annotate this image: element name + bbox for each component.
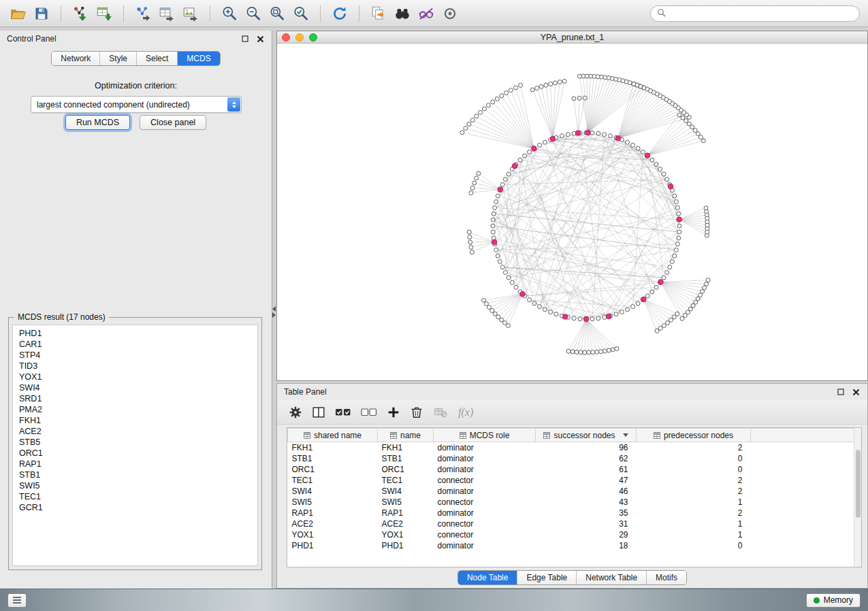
result-node[interactable]: YOX1 [13,371,257,382]
float-table-panel-icon[interactable] [836,388,845,397]
table-row[interactable]: SWI5SWI5connector431 [288,497,856,508]
table-row[interactable]: FKH1FKH1dominator962 [288,442,856,454]
table-settings-gear-icon[interactable] [288,403,303,421]
export-network-icon[interactable] [132,3,154,24]
table-cell[interactable]: 2 [637,442,751,454]
close-panel-button[interactable]: Close panel [140,115,206,130]
close-table-panel-icon[interactable] [852,388,861,397]
table-cell[interactable]: FKH1 [288,442,378,454]
criterion-dropdown[interactable]: largest connected component (undirected) [31,96,242,113]
table-cell[interactable]: TEC1 [288,475,378,486]
table-cell[interactable]: dominator [434,508,536,518]
import-table-icon[interactable] [93,3,115,24]
table-cell[interactable]: SWI4 [378,486,434,497]
table-cell[interactable]: RAP1 [378,508,434,518]
result-node[interactable]: ORC1 [13,448,257,459]
memory-button[interactable]: Memory [806,593,861,608]
result-node[interactable]: TEC1 [13,491,257,502]
table-row[interactable]: SWI4SWI4dominator462 [288,486,856,497]
table-cell[interactable]: 47 [536,475,637,486]
table-row[interactable]: PHD1PHD1dominator180 [288,540,856,551]
table-cell[interactable]: TEC1 [378,475,434,486]
column-header-predecessor-nodes[interactable]: predecessor nodes [637,429,751,442]
window-minimize-icon[interactable] [295,33,304,42]
table-cell[interactable]: YOX1 [288,529,378,540]
window-close-icon[interactable] [282,33,290,42]
tab-mcds[interactable]: MCDS [178,52,219,65]
select-all-icon[interactable] [334,403,352,421]
table-cell[interactable]: STB1 [288,453,378,464]
scrollbar-thumb[interactable] [856,450,861,518]
result-node[interactable]: STP4 [13,350,257,361]
apply-function-button[interactable]: f(x) [458,406,473,418]
show-hidden-icon[interactable] [439,3,461,24]
table-row[interactable]: STB1STB1dominator620 [288,453,856,464]
table-cell[interactable]: 18 [536,540,637,551]
column-header-MCDS-role[interactable]: MCDS role [434,429,536,442]
result-node[interactable]: RAP1 [13,459,257,469]
network-canvas[interactable] [277,44,867,380]
table-cell[interactable]: 2 [637,508,751,518]
delete-column-icon[interactable] [409,403,424,421]
copy-style-icon[interactable] [368,3,389,24]
table-cell[interactable]: ACE2 [378,518,434,529]
table-cell[interactable]: ACE2 [288,518,378,529]
result-node[interactable]: STB1 [13,469,257,480]
tab-node-table[interactable]: Node Table [458,571,518,584]
table-cell[interactable]: SWI5 [288,497,378,508]
tab-edge-table[interactable]: Edge Table [517,571,577,584]
table-cell[interactable]: 1 [637,497,751,508]
table-cell[interactable]: ORC1 [378,464,434,475]
result-node[interactable]: FKH1 [13,415,257,426]
table-cell[interactable]: connector [434,475,536,486]
dropdown-stepper-icon[interactable] [227,97,240,112]
tab-network-table[interactable]: Network Table [577,571,647,584]
result-node[interactable]: SWI4 [13,382,257,393]
tab-select[interactable]: Select [137,52,178,65]
search-input[interactable] [670,9,853,18]
tab-motifs[interactable]: Motifs [647,571,686,584]
table-cell[interactable]: 0 [637,464,751,475]
import-network-icon[interactable] [69,3,91,24]
result-node[interactable]: ACE2 [13,426,257,437]
table-row[interactable]: RAP1RAP1dominator352 [288,508,856,518]
table-row[interactable]: YOX1YOX1connector291 [288,529,856,540]
table-cell[interactable]: 0 [637,453,751,464]
show-columns-icon[interactable] [311,403,326,421]
column-header-shared-name[interactable]: shared name [288,429,378,442]
window-maximize-icon[interactable] [309,33,317,42]
table-cell[interactable]: SWI5 [378,497,434,508]
table-row[interactable]: ACE2ACE2connector311 [288,518,856,529]
table-cell[interactable]: dominator [434,486,536,497]
sort-caret-icon[interactable] [623,433,628,437]
table-cell[interactable]: SWI4 [288,486,378,497]
table-cell[interactable]: 62 [536,453,637,464]
table-cell[interactable]: 2 [637,486,751,497]
table-cell[interactable]: dominator [434,464,536,475]
result-node[interactable]: STB5 [13,437,257,448]
zoom-selected-icon[interactable] [290,3,312,24]
export-image-icon[interactable] [180,3,202,24]
table-cell[interactable]: STB1 [378,453,434,464]
table-cell[interactable]: connector [434,529,536,540]
refresh-icon[interactable] [329,3,351,24]
table-cell[interactable]: PHD1 [288,540,378,551]
table-row[interactable]: ORC1ORC1dominator610 [288,464,856,475]
table-cell[interactable]: 96 [536,442,637,454]
result-node[interactable]: CAR1 [13,339,257,350]
result-node[interactable]: PHD1 [13,328,257,339]
table-cell[interactable]: connector [434,497,536,508]
table-cell[interactable]: connector [434,518,536,529]
table-cell[interactable]: 0 [637,540,751,551]
table-cell[interactable]: RAP1 [288,508,378,518]
table-cell[interactable]: 2 [637,475,751,486]
hide-unhide-icon[interactable] [415,3,437,24]
result-node[interactable]: PMA2 [13,404,257,415]
search-box[interactable] [650,5,860,22]
column-header-name[interactable]: name [378,429,434,442]
table-cell[interactable]: 1 [637,529,751,540]
table-cell[interactable]: 31 [536,518,637,529]
table-row[interactable]: TEC1TEC1connector472 [288,475,856,486]
table-cell[interactable]: ORC1 [288,464,378,475]
table-cell[interactable]: 61 [536,464,637,475]
